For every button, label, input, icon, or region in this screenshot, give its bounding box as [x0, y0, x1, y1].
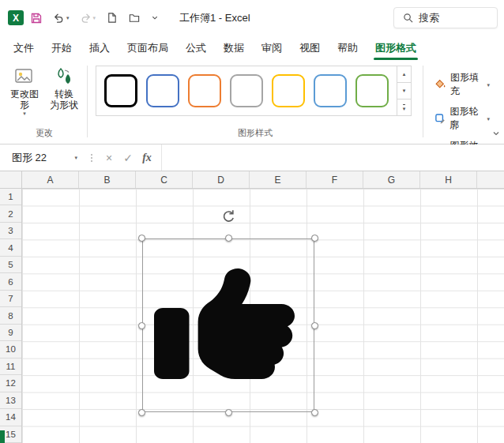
shape-style-swatch-2[interactable]	[146, 74, 179, 107]
formula-input[interactable]	[161, 145, 504, 171]
tab-page-layout[interactable]: 页面布局	[118, 36, 177, 60]
tab-formulas[interactable]: 公式	[177, 36, 215, 60]
column-header-e[interactable]: E	[250, 171, 307, 188]
chevron-down-icon	[492, 130, 500, 137]
tab-home[interactable]: 开始	[43, 36, 81, 60]
row-headers: 1 2 3 4 5 6 7 8 9 10 11 12 13 14 15	[0, 189, 22, 443]
resize-handle-n[interactable]	[225, 235, 232, 242]
group-label-change: 更改	[5, 127, 84, 139]
save-icon	[30, 12, 43, 24]
formula-bar: 图形 22 ▾ × ✓ fx	[0, 145, 504, 171]
row-header-3[interactable]: 3	[0, 223, 21, 239]
search-label: 搜索	[419, 11, 439, 25]
column-header-c[interactable]: C	[136, 171, 193, 188]
tab-data[interactable]: 数据	[215, 36, 253, 60]
enter-button[interactable]: ✓	[118, 152, 137, 164]
open-file-button[interactable]	[124, 9, 145, 27]
shape-fill-button[interactable]: 图形填充 ▾	[431, 69, 493, 99]
shape-style-gallery: ▴ ▾ ▾	[96, 66, 412, 116]
resize-handle-e[interactable]	[311, 322, 318, 329]
search-box[interactable]: 搜索	[393, 7, 498, 28]
column-header-f[interactable]: F	[307, 171, 363, 188]
undo-button[interactable]: ▾	[49, 9, 73, 27]
group-divider	[423, 66, 423, 137]
row-header-14[interactable]: 14	[0, 409, 21, 426]
row-header-8[interactable]: 8	[0, 307, 21, 324]
shape-style-swatch-6[interactable]	[314, 74, 347, 107]
insert-function-button[interactable]: fx	[137, 152, 156, 164]
ribbon-group-change: 更改图 形 ▾ 转换 为形状 更改	[5, 64, 84, 144]
resize-handle-s[interactable]	[225, 409, 232, 416]
thumbs-up-shape[interactable]	[154, 261, 295, 387]
resize-handle-ne[interactable]	[311, 235, 318, 242]
chevron-down-icon: ▾	[487, 82, 491, 88]
row-header-12[interactable]: 12	[0, 375, 21, 392]
chevron-down-icon: ▾	[74, 155, 77, 160]
column-header-d[interactable]: D	[193, 171, 250, 188]
resize-handle-nw[interactable]	[138, 235, 145, 242]
row-header-13[interactable]: 13	[0, 392, 21, 409]
shape-style-swatch-7[interactable]	[355, 74, 389, 107]
change-shape-button[interactable]: 更改图 形 ▾	[5, 64, 44, 116]
row-header-9[interactable]: 9	[0, 325, 21, 341]
shape-style-swatch-5[interactable]	[272, 74, 305, 107]
shape-style-swatch-3[interactable]	[188, 74, 221, 107]
column-header-b[interactable]: B	[79, 171, 136, 188]
tab-shape-format[interactable]: 图形格式	[367, 36, 425, 60]
column-header-filler	[477, 171, 504, 188]
row-header-6[interactable]: 6	[0, 273, 21, 290]
select-all-corner[interactable]	[0, 171, 22, 189]
row-header-11[interactable]: 11	[0, 359, 21, 375]
excel-logo-icon[interactable]: X	[8, 10, 24, 25]
tab-review[interactable]: 审阅	[253, 36, 291, 60]
shape-style-swatch-1[interactable]	[104, 74, 137, 107]
change-group-buttons: 更改图 形 ▾ 转换 为形状	[5, 64, 84, 116]
gallery-scroll-down-button[interactable]: ▾	[397, 83, 411, 99]
shape-selection	[142, 238, 314, 412]
column-headers: A B C D E F G H	[22, 171, 504, 189]
convert-to-shape-button[interactable]: 转换 为形状	[44, 64, 84, 116]
gallery-more-button[interactable]: ▾	[397, 99, 411, 115]
row-header-1[interactable]: 1	[0, 189, 21, 205]
formula-bar-grip[interactable]	[91, 154, 92, 162]
rotate-handle-icon[interactable]	[221, 209, 235, 223]
row-header-10[interactable]: 10	[0, 341, 21, 358]
row-header-5[interactable]: 5	[0, 257, 21, 273]
cancel-button[interactable]: ×	[100, 152, 118, 164]
column-header-h[interactable]: H	[420, 171, 477, 188]
row-header-7[interactable]: 7	[0, 291, 21, 307]
convert-shape-icon	[55, 67, 73, 86]
tab-file[interactable]: 文件	[5, 36, 43, 60]
chevron-down-icon	[151, 14, 159, 21]
chevron-down-icon: ▾	[66, 15, 70, 21]
redo-button[interactable]: ▾	[76, 9, 100, 27]
resize-handle-se[interactable]	[311, 409, 318, 416]
shape-outline-label: 图形轮廓	[449, 105, 482, 132]
change-shape-label: 更改图 形	[10, 88, 39, 111]
save-button[interactable]	[26, 9, 47, 28]
chevron-down-icon: ▾	[23, 111, 26, 116]
column-header-a[interactable]: A	[22, 171, 79, 188]
tab-insert[interactable]: 插入	[81, 36, 118, 60]
gallery-more-icon: ▾	[403, 104, 406, 111]
shape-style-swatch-4[interactable]	[230, 74, 263, 107]
collapse-ribbon-button[interactable]	[492, 126, 500, 140]
worksheet-grid: A B C D E F G H 1 2 3 4 5 6 7 8 9 10 11 …	[0, 171, 504, 443]
row-header-4[interactable]: 4	[0, 239, 21, 256]
shape-outline-button[interactable]: 图形轮廓 ▾	[431, 103, 493, 133]
chevron-down-icon: ▾	[93, 15, 96, 21]
resize-handle-w[interactable]	[138, 322, 145, 329]
resize-handle-sw[interactable]	[138, 409, 145, 416]
qat-customize-button[interactable]	[147, 11, 163, 24]
group-divider	[87, 66, 88, 137]
change-shape-icon	[14, 67, 35, 86]
row-header-2[interactable]: 2	[0, 205, 21, 222]
undo-icon	[53, 12, 65, 24]
new-file-icon	[106, 12, 118, 24]
tab-view[interactable]: 视图	[291, 36, 329, 60]
column-header-g[interactable]: G	[363, 171, 420, 188]
new-file-button[interactable]	[102, 9, 122, 27]
tab-help[interactable]: 帮助	[329, 36, 367, 60]
name-box[interactable]: 图形 22 ▾	[5, 148, 84, 168]
gallery-scroll-up-button[interactable]: ▴	[397, 66, 411, 83]
